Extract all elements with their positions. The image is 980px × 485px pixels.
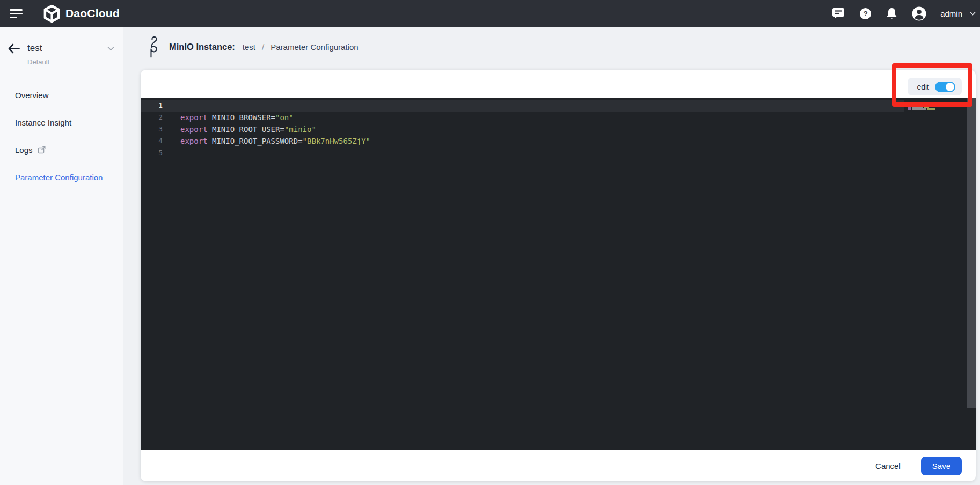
sidebar-item-parameter-configuration[interactable]: Parameter Configuration [0,164,123,191]
chat-icon[interactable] [832,8,845,20]
avatar-icon[interactable] [912,6,926,21]
editor-scrollbar[interactable] [967,98,976,408]
sidebar-nav: Overview Instance Insight Logs Parameter… [0,82,123,191]
instance-chevron-icon[interactable] [107,46,114,51]
code-line[interactable]: 1 [141,100,976,112]
line-number: 4 [141,135,163,147]
help-icon[interactable]: ? [859,8,872,20]
code-line[interactable]: 5 [141,147,976,159]
card-footer: Cancel Save [141,450,976,481]
sidebar-item-label: Instance Insight [15,118,71,127]
code-line[interactable]: 3export MINIO_ROOT_USER="minio" [141,123,976,135]
daocloud-logo-icon [43,4,61,23]
breadcrumb-current: Parameter Configuration [270,42,358,52]
minimap-row [908,106,937,108]
back-button[interactable] [8,43,20,54]
cancel-button[interactable]: Cancel [872,461,904,471]
line-number: 2 [141,112,163,123]
code-text: export MINIO_ROOT_USER="minio" [180,123,316,135]
code-line[interactable]: 4export MINIO_ROOT_PASSWORD="BBk7nHw565Z… [141,135,976,147]
breadcrumb-instance[interactable]: test [243,42,255,52]
breadcrumb: MinIO Instance: test / Parameter Configu… [123,27,980,70]
user-chevron-icon[interactable] [970,11,976,16]
workspace-label: Default [27,58,123,66]
edit-toggle-switch[interactable] [935,82,955,92]
sidebar-item-label: Overview [15,91,49,100]
sidebar-item-label: Parameter Configuration [15,173,103,182]
sidebar-item-logs[interactable]: Logs [0,136,123,164]
minio-logo-icon [146,35,160,59]
card-toolbar: edit [141,70,976,98]
code-editor[interactable]: 12export MINIO_BROWSER="on"3export MINIO… [141,98,976,450]
edit-toggle-pill: edit [908,78,962,95]
line-number: 1 [141,100,163,112]
breadcrumb-title: MinIO Instance: [169,42,235,52]
breadcrumb-separator: / [262,42,264,52]
username[interactable]: admin [940,9,962,18]
minimap-row [908,102,937,104]
minimap[interactable] [908,102,937,110]
edit-toggle-label: edit [917,83,929,91]
menu-icon[interactable] [10,7,23,20]
sidebar-item-label: Logs [15,145,33,155]
minimap-row [908,108,937,110]
content-card: edit 12export MINIO_BROWSER="on"3export … [141,70,976,481]
brand: DaoCloud [43,4,120,23]
topbar: DaoCloud ? [0,0,980,27]
external-link-icon [38,146,46,154]
code-editor-lines: 12export MINIO_BROWSER="on"3export MINIO… [141,100,976,159]
sidebar: test Default Overview Instance Insight L… [0,27,123,485]
sidebar-item-instance-insight[interactable]: Instance Insight [0,109,123,136]
sidebar-divider [6,77,116,77]
brand-name: DaoCloud [65,7,120,20]
topbar-actions: ? admin [832,6,976,21]
minimap-row [908,104,937,106]
code-text: export MINIO_ROOT_PASSWORD="BBk7nHw565Zj… [180,135,370,147]
svg-text:?: ? [864,10,868,18]
bell-icon[interactable] [886,7,898,20]
toggle-knob [946,83,954,91]
line-number: 3 [141,123,163,135]
code-text: export MINIO_BROWSER="on" [180,112,294,123]
sidebar-item-overview[interactable]: Overview [0,82,123,109]
instance-name[interactable]: test [27,43,107,54]
code-line[interactable]: 2export MINIO_BROWSER="on" [141,112,976,123]
line-number: 5 [141,147,163,159]
save-button[interactable]: Save [921,457,962,475]
